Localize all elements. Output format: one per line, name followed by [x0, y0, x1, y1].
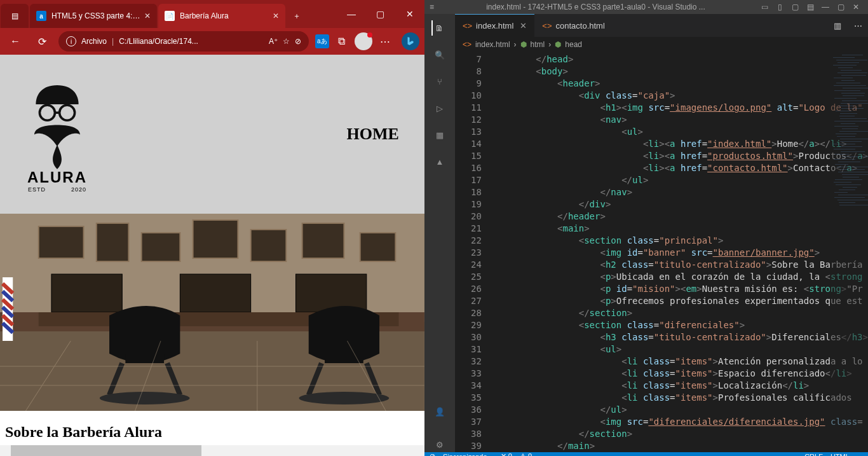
- close-icon[interactable]: ✕: [520, 21, 527, 31]
- layout-icon[interactable]: ▤: [803, 0, 817, 14]
- editor-tab-index[interactable]: <> index.html ✕: [455, 14, 534, 37]
- close-icon[interactable]: ✕: [273, 11, 279, 20]
- new-tab-button[interactable]: ＋: [287, 4, 307, 28]
- refresh-button[interactable]: ⟳: [32, 31, 52, 52]
- status-item[interactable]: ...: [857, 453, 863, 457]
- status-item[interactable]: ⚠ 0: [520, 452, 532, 456]
- more-icon[interactable]: ⋯: [376, 32, 394, 50]
- minimize-button[interactable]: —: [337, 0, 366, 28]
- close-icon[interactable]: ✕: [144, 11, 151, 20]
- layout-icon[interactable]: ▯: [773, 0, 787, 14]
- svg-rect-13: [51, 274, 122, 312]
- nav-home[interactable]: HOME: [347, 125, 399, 144]
- status-bar[interactable]: ⊘Sincronizando...✕ 0⚠ 0 CRLFHTML...: [424, 452, 868, 456]
- svg-rect-19: [325, 354, 363, 363]
- blocker-icon[interactable]: ⊘: [295, 37, 301, 46]
- html-file-icon: <>: [542, 21, 552, 31]
- info-icon[interactable]: i: [66, 36, 76, 46]
- more-icon[interactable]: ⋯: [848, 14, 868, 37]
- browser-tabstrip: ▤ a HTML5 y CSS3 parte 4: Avan ✕ 📄 Barbe…: [0, 0, 424, 28]
- svg-rect-11: [302, 223, 344, 258]
- layout-icon[interactable]: ▭: [757, 0, 771, 14]
- crumb-head[interactable]: head: [565, 40, 582, 49]
- close-button[interactable]: ✕: [849, 0, 863, 14]
- vscode-menu-icon[interactable]: ≡: [430, 3, 434, 11]
- logo-estd: ESTD: [28, 186, 46, 193]
- favorite-icon[interactable]: ☆: [283, 37, 290, 46]
- status-item[interactable]: ✕ 0: [501, 452, 512, 456]
- status-item[interactable]: ⊘: [430, 452, 435, 456]
- svg-rect-12: [360, 233, 396, 261]
- explorer-icon[interactable]: 🗎: [431, 20, 447, 36]
- address-bar[interactable]: i Archivo | C:/Lliliana/Oracle/174... A⁺…: [58, 31, 309, 52]
- status-item[interactable]: HTML: [831, 453, 850, 457]
- extensions-icon[interactable]: ▦: [432, 127, 447, 142]
- banner-image: [0, 214, 424, 411]
- horizontal-scrollbar[interactable]: [0, 445, 424, 456]
- logo-name: ALURA: [27, 169, 87, 186]
- svg-rect-8: [142, 233, 180, 261]
- code-editor[interactable]: 7891011121314151617181920212223242526272…: [455, 52, 868, 452]
- minimap[interactable]: [830, 52, 868, 452]
- addr-path: C:/Lliliana/Oracle/174...: [119, 37, 198, 46]
- browser-window: ▤ a HTML5 y CSS3 parte 4: Avan ✕ 📄 Barbe…: [0, 0, 424, 456]
- svg-rect-7: [97, 223, 129, 261]
- layout-icon[interactable]: ▢: [788, 0, 802, 14]
- run-debug-icon[interactable]: ▷: [432, 100, 447, 116]
- page-header: ALURA ESTD 2020 HOME: [0, 55, 424, 214]
- svg-rect-6: [39, 226, 84, 258]
- page-h2: Sobre la Barbería Alura: [0, 411, 424, 445]
- search-icon[interactable]: 🔍: [432, 47, 447, 62]
- tab-2[interactable]: 📄 Barbería Alura ✕: [158, 4, 285, 28]
- tab-1-label: HTML5 y CSS3 parte 4: Avan: [51, 11, 140, 20]
- crumb-file[interactable]: index.html: [475, 40, 510, 49]
- atlassian-icon[interactable]: ▲: [432, 154, 447, 169]
- logo: ALURA ESTD 2020: [13, 74, 102, 195]
- settings-icon[interactable]: ⚙: [432, 437, 447, 452]
- back-button[interactable]: ←: [5, 31, 25, 52]
- favicon-page: 📄: [165, 11, 175, 21]
- svg-rect-10: [251, 230, 287, 261]
- vscode-titlebar[interactable]: ≡ index.html - 1742-HTML5 e CSS3 parte1-…: [424, 0, 868, 14]
- logo-year: 2020: [71, 186, 86, 193]
- svg-rect-15: [295, 274, 366, 312]
- svg-rect-17: [125, 354, 164, 363]
- close-window-button[interactable]: ✕: [395, 0, 424, 28]
- editor-tab-label: index.html: [476, 21, 513, 31]
- bing-button[interactable]: [402, 32, 419, 50]
- breadcrumb[interactable]: <> index.html › ⬢ html › ⬢ head: [455, 37, 868, 52]
- svg-rect-14: [180, 274, 250, 312]
- page-viewport[interactable]: ALURA ESTD 2020 HOME: [0, 55, 424, 456]
- svg-point-18: [100, 392, 190, 404]
- scrollbar-thumb[interactable]: [11, 445, 201, 456]
- favicon-alura: a: [36, 11, 46, 21]
- html-file-icon: <>: [463, 40, 471, 49]
- status-item[interactable]: Sincronizando...: [443, 453, 493, 457]
- logo-graphic: [19, 76, 95, 171]
- svg-point-20: [299, 392, 390, 404]
- tab-workspace[interactable]: ▤: [1, 4, 29, 28]
- crumb-html[interactable]: html: [531, 40, 545, 49]
- browser-toolbar: ← ⟳ i Archivo | C:/Lliliana/Oracle/174..…: [0, 28, 424, 55]
- source-control-icon[interactable]: ⑂: [432, 74, 447, 89]
- status-item[interactable]: CRLF: [804, 453, 823, 457]
- tab-1[interactable]: a HTML5 y CSS3 parte 4: Avan ✕: [30, 4, 157, 28]
- maximize-button[interactable]: ▢: [834, 0, 848, 14]
- profile-avatar[interactable]: [355, 32, 372, 50]
- svg-point-0: [39, 105, 55, 120]
- line-gutter: 7891011121314151617181920212223242526272…: [455, 52, 493, 452]
- maximize-button[interactable]: ▢: [366, 0, 395, 28]
- split-editor-icon[interactable]: ▥: [827, 14, 848, 37]
- vscode-title: index.html - 1742-HTML5 e CSS3 parte1-au…: [434, 3, 757, 11]
- collections-icon[interactable]: ⧉: [333, 32, 351, 50]
- minimize-button[interactable]: —: [818, 0, 832, 14]
- account-icon[interactable]: 👤: [432, 404, 447, 419]
- activity-bar: 🗎 🔍 ⑂ ▷ ▦ ▲ 👤 ⚙: [424, 14, 455, 452]
- svg-rect-9: [193, 220, 238, 258]
- addr-prefix: Archivo: [81, 37, 107, 46]
- html-file-icon: <>: [463, 21, 472, 31]
- vscode-window: ≡ index.html - 1742-HTML5 e CSS3 parte1-…: [424, 0, 868, 456]
- editor-tab-contacto[interactable]: <> contacto.html: [534, 14, 613, 37]
- svg-point-1: [60, 105, 75, 120]
- translate-icon[interactable]: aあ: [315, 34, 329, 48]
